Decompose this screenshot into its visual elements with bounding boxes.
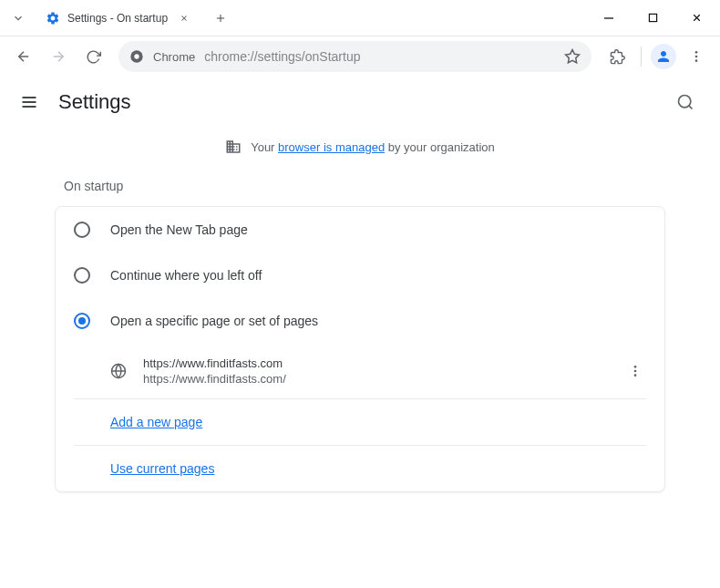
radio-option-new-tab[interactable]: Open the New Tab page (56, 207, 664, 253)
close-window-button[interactable] (680, 5, 713, 31)
radio-option-continue[interactable]: Continue where you left off (56, 253, 664, 298)
close-tab-button[interactable] (177, 11, 191, 26)
toolbar: Chrome chrome://settings/onStartup (0, 36, 720, 77)
svg-point-19 (679, 96, 691, 108)
svg-point-11 (134, 54, 139, 58)
maximize-button[interactable] (636, 5, 669, 31)
content: On startup Open the New Tab page Continu… (0, 166, 720, 492)
radio-label: Open the New Tab page (110, 222, 248, 237)
radio-icon (74, 267, 90, 284)
menu-button[interactable] (18, 91, 40, 113)
minimize-button[interactable] (592, 5, 625, 31)
browser-tab[interactable]: Settings - On startup (36, 5, 201, 31)
omnibox-chip: Chrome (153, 50, 195, 64)
radio-label: Continue where you left off (110, 268, 262, 283)
new-tab-button[interactable] (208, 5, 233, 31)
divider (641, 46, 642, 67)
page-info: https://www.finditfasts.com https://www.… (143, 356, 608, 386)
settings-header: Settings (0, 77, 720, 128)
page-more-button[interactable] (624, 360, 646, 382)
svg-point-23 (634, 366, 637, 368)
radio-icon (74, 222, 90, 238)
section-title: On startup (55, 166, 665, 206)
window-controls (592, 5, 713, 31)
profile-button[interactable] (651, 44, 676, 69)
forward-button[interactable] (44, 42, 73, 71)
omnibox-url: chrome://settings/onStartup (204, 49, 555, 64)
add-page-row: Add a new page (56, 399, 664, 445)
svg-marker-12 (566, 50, 580, 63)
back-button[interactable] (9, 42, 38, 71)
bookmark-button[interactable] (564, 48, 581, 65)
radio-option-specific-pages[interactable]: Open a specific page or set of pages (56, 298, 664, 344)
use-current-row: Use current pages (56, 446, 664, 491)
tab-title: Settings - On startup (67, 12, 170, 25)
building-icon (225, 139, 242, 155)
add-new-page-link[interactable]: Add a new page (110, 415, 202, 429)
svg-point-24 (634, 370, 637, 373)
banner-text: Your browser is managed by your organiza… (251, 140, 495, 154)
tab-search-button[interactable] (7, 7, 29, 29)
startup-card: Open the New Tab page Continue where you… (55, 206, 665, 492)
titlebar: Settings - On startup (0, 0, 720, 36)
svg-point-13 (695, 51, 698, 54)
search-button[interactable] (669, 86, 702, 119)
managed-banner: Your browser is managed by your organiza… (0, 128, 720, 166)
radio-icon (74, 313, 90, 329)
browser-managed-link[interactable]: browser is managed (278, 140, 385, 154)
extensions-button[interactable] (602, 42, 632, 71)
svg-point-25 (634, 374, 637, 377)
reload-button[interactable] (78, 42, 108, 71)
page-entry-url: https://www.finditfasts.com/ (143, 372, 608, 386)
svg-point-15 (695, 59, 698, 62)
page-title: Settings (58, 90, 131, 114)
svg-point-14 (695, 56, 698, 58)
address-bar[interactable]: Chrome chrome://settings/onStartup (118, 41, 591, 72)
chrome-menu-button[interactable] (682, 42, 711, 71)
use-current-pages-link[interactable]: Use current pages (110, 461, 214, 476)
gear-icon (46, 11, 60, 26)
radio-label: Open a specific page or set of pages (110, 314, 318, 328)
chrome-logo-icon (129, 49, 144, 64)
globe-icon (110, 363, 127, 379)
svg-line-20 (689, 106, 693, 109)
page-entry-title: https://www.finditfasts.com (143, 356, 608, 370)
svg-rect-5 (649, 14, 656, 21)
startup-page-entry: https://www.finditfasts.com https://www.… (56, 344, 664, 398)
